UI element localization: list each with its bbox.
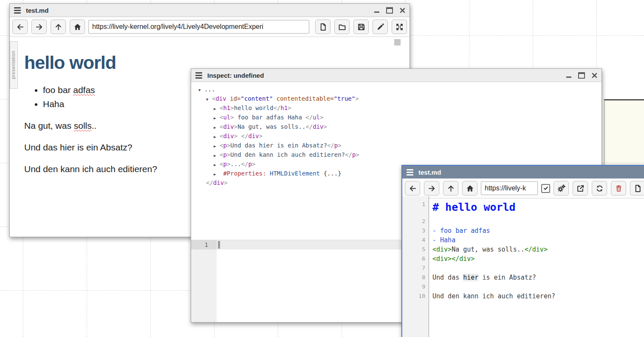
line-number: 2 bbox=[402, 217, 429, 226]
dom-tree-node[interactable]: ▶<div>Na gut, was solls..</div> bbox=[191, 122, 602, 131]
dom-tree-node[interactable]: ▶<p>Und den kann ich auch editieren?</p> bbox=[191, 150, 602, 159]
menu-icon[interactable] bbox=[407, 169, 413, 176]
dom-tree-node[interactable]: ▼<div id="content" contenteditable="true… bbox=[191, 94, 602, 103]
url-input[interactable]: https://lively-k bbox=[481, 181, 538, 195]
up-button[interactable] bbox=[51, 20, 66, 34]
forward-icon bbox=[428, 184, 436, 193]
option-checkbox[interactable] bbox=[541, 184, 550, 193]
expand-arrow-icon[interactable]: ▶ bbox=[214, 142, 220, 151]
dom-tree-node[interactable]: ▶<p>Und das hier is ein Absatz?</p> bbox=[191, 141, 602, 150]
expand-arrow-icon[interactable]: ▶ bbox=[214, 123, 220, 132]
refresh-button[interactable] bbox=[592, 181, 607, 195]
presentation-tab[interactable]: presentation bbox=[10, 41, 18, 89]
menu-icon[interactable] bbox=[195, 72, 202, 79]
code-line[interactable]: 6<div></div> bbox=[402, 254, 644, 263]
window-title: Inspect: undefined bbox=[207, 72, 264, 79]
home-button[interactable] bbox=[462, 181, 477, 195]
up-button[interactable] bbox=[443, 181, 458, 195]
line-number: 1 bbox=[191, 240, 217, 249]
line-number: 7 bbox=[402, 263, 429, 273]
home-icon bbox=[466, 184, 474, 193]
titlebar[interactable]: test.md bbox=[10, 4, 410, 17]
expand-arrow-icon[interactable]: ▶ bbox=[214, 170, 220, 179]
titlebar[interactable]: test.md bbox=[402, 166, 644, 178]
code-line[interactable]: 4- Haha bbox=[402, 235, 644, 245]
code-line[interactable]: 8Und das hier is ein Absatz? bbox=[402, 273, 644, 282]
side-panel bbox=[604, 99, 644, 166]
line-number: 10 bbox=[402, 292, 429, 301]
dom-tree-node[interactable]: ▼... bbox=[191, 85, 602, 94]
external-link-button[interactable] bbox=[573, 181, 588, 195]
back-icon bbox=[409, 184, 417, 193]
close-button[interactable] bbox=[592, 73, 597, 78]
back-icon bbox=[16, 23, 24, 31]
home-icon bbox=[73, 23, 82, 31]
line-number: 8 bbox=[402, 273, 429, 282]
editor-gutter bbox=[191, 240, 217, 322]
dom-tree-node[interactable]: ▶<ul> foo bar adfas Haha </ul> bbox=[191, 113, 602, 122]
maximize-icon bbox=[386, 7, 393, 14]
minimize-button[interactable] bbox=[374, 8, 379, 13]
up-icon bbox=[54, 23, 62, 31]
new-file-icon bbox=[634, 184, 642, 193]
window-title: test.md bbox=[26, 7, 48, 14]
new-file-button[interactable] bbox=[630, 181, 644, 195]
home-button[interactable] bbox=[70, 20, 85, 34]
up-icon bbox=[447, 184, 455, 193]
external-link-icon bbox=[576, 184, 585, 193]
back-button[interactable] bbox=[12, 20, 28, 34]
expand-arrow-icon[interactable]: ▶ bbox=[214, 104, 220, 113]
expand-arrow-icon[interactable]: ▶ bbox=[214, 132, 220, 142]
forward-button[interactable] bbox=[424, 181, 439, 195]
forward-icon bbox=[35, 23, 43, 31]
check-icon bbox=[543, 186, 548, 191]
code-line[interactable]: 5<div>Na gut, was solls..</div> bbox=[402, 245, 644, 254]
code-line[interactable]: 9 bbox=[402, 282, 644, 292]
source-editor[interactable]: 1# hello world23- foo bar adfas4- Haha5<… bbox=[402, 196, 644, 337]
window-title: test.md bbox=[418, 169, 441, 176]
line-number: 3 bbox=[402, 226, 429, 235]
expand-arrow-icon[interactable]: ▶ bbox=[214, 160, 220, 170]
minimize-button[interactable] bbox=[566, 73, 571, 78]
maximize-button[interactable] bbox=[386, 7, 393, 14]
maximize-button[interactable] bbox=[578, 72, 585, 79]
line-number: 9 bbox=[402, 282, 429, 292]
line-number: 4 bbox=[402, 235, 429, 245]
save-icon bbox=[357, 23, 365, 31]
expand-arrow-icon[interactable]: ▶ bbox=[214, 113, 220, 123]
forward-button[interactable] bbox=[31, 20, 47, 34]
minimize-icon bbox=[374, 11, 379, 13]
save-button[interactable] bbox=[353, 20, 369, 34]
code-line[interactable]: 1# hello world bbox=[402, 200, 644, 217]
code-line[interactable]: 7 bbox=[402, 263, 644, 273]
line-number: 5 bbox=[402, 245, 429, 254]
window-markdown-editor: test.md https://lively-k 1# hello world2… bbox=[401, 165, 644, 337]
settings-button[interactable] bbox=[554, 181, 569, 195]
code-line[interactable]: 10Und den kann ich auch editieren? bbox=[402, 292, 644, 301]
close-icon bbox=[592, 73, 597, 78]
folder-button[interactable] bbox=[334, 20, 350, 34]
url-input[interactable]: https://lively-kernel.org/lively4/Lively… bbox=[88, 20, 309, 34]
maximize-icon bbox=[578, 72, 585, 79]
new-file-button[interactable] bbox=[315, 20, 330, 34]
collapse-arrow-icon[interactable]: ▼ bbox=[206, 95, 212, 104]
collapse-arrow-icon[interactable]: ▼ bbox=[198, 85, 204, 95]
expand-button[interactable] bbox=[392, 20, 407, 34]
refresh-icon bbox=[596, 184, 604, 193]
expand-icon bbox=[395, 23, 404, 31]
trash-icon bbox=[615, 184, 623, 193]
code-line[interactable]: 3- foo bar adfas bbox=[402, 226, 644, 235]
window-controls bbox=[374, 7, 405, 14]
dom-tree-node[interactable]: ▶<div> </div> bbox=[191, 131, 602, 141]
menu-icon[interactable] bbox=[14, 7, 21, 14]
scrollbar-thumb[interactable] bbox=[394, 39, 401, 45]
expand-arrow-icon[interactable]: ▶ bbox=[214, 151, 220, 160]
edit-button[interactable] bbox=[373, 20, 388, 34]
trash-button[interactable] bbox=[611, 181, 626, 195]
close-button[interactable] bbox=[400, 8, 405, 13]
window-controls bbox=[566, 72, 597, 79]
dom-tree-node[interactable]: ▶<h1>hello world</h1> bbox=[191, 103, 602, 113]
back-button[interactable] bbox=[405, 181, 420, 195]
titlebar[interactable]: Inspect: undefined bbox=[191, 69, 602, 82]
code-line[interactable]: 2 bbox=[402, 217, 644, 226]
